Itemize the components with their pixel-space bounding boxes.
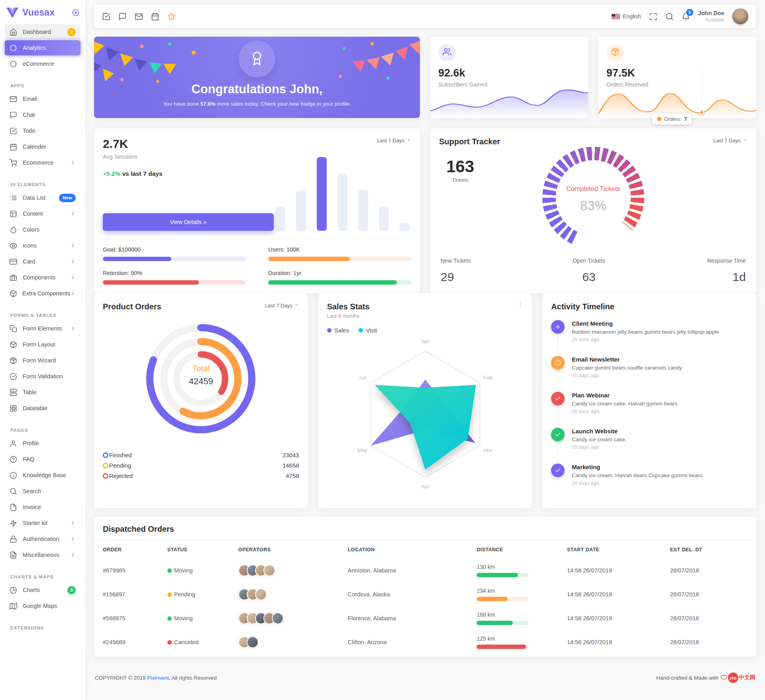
sidebar-item-google-maps[interactable]: Google Maps	[5, 598, 80, 613]
view-details-button[interactable]: View Details »	[103, 213, 274, 231]
sidebar-item-components[interactable]: Components	[5, 270, 80, 285]
sidebar-item-invoice[interactable]: Invoice	[5, 499, 80, 515]
sidebar-item-colors[interactable]: Colors	[5, 222, 80, 237]
support-period-dropdown[interactable]: Last 7 Days	[713, 137, 747, 144]
session-bar	[337, 173, 347, 231]
chevron-right-icon	[70, 243, 76, 248]
check-square-icon	[10, 127, 18, 135]
product-orders-period-dropdown[interactable]: Last 7 Days	[265, 302, 299, 309]
table-row[interactable]: #156897PendingCordova, Alaska234 km14:58…	[94, 582, 756, 606]
notifications-bell-icon[interactable]: 5	[682, 12, 690, 21]
sessions-period-dropdown[interactable]: Last 7 Days	[377, 137, 411, 144]
sidebar-item-icons[interactable]: Icons	[5, 238, 80, 253]
calendar-icon[interactable]	[151, 12, 159, 21]
row-sessions-support: Last 7 Days 2.7K Avg Sessions +5.2% vs l…	[94, 128, 756, 283]
svg-text:Feb: Feb	[483, 375, 492, 381]
language-label: English	[623, 13, 641, 20]
cell-status: Moving	[167, 567, 238, 574]
table-row[interactable]: #568975MovingFlorence, Alabama168 km14:5…	[94, 606, 756, 630]
sidebar-item-table[interactable]: Table	[5, 385, 80, 400]
language-selector[interactable]: English	[612, 13, 641, 20]
alert-circle-icon	[551, 356, 565, 370]
session-bar	[358, 190, 368, 231]
fullscreen-icon[interactable]	[649, 12, 657, 21]
message-square-icon[interactable]	[118, 12, 127, 21]
cell-start-date: 14:58 26/07/2018	[567, 615, 670, 621]
sidebar-toggle-icon[interactable]	[72, 9, 80, 17]
sidebar-item-ecommerce[interactable]: eCommerce	[5, 56, 80, 71]
distance-fill	[477, 621, 513, 625]
user-menu[interactable]: John Doe Available	[698, 10, 724, 23]
sidebar-section-pages: PAGES	[0, 428, 85, 433]
message-square-icon	[10, 111, 18, 119]
sidebar-item-charts[interactable]: Charts3	[5, 582, 80, 598]
sidebar-item-todo[interactable]: Todo	[5, 123, 80, 138]
sidebar-item-label: Components	[23, 274, 70, 281]
sidebar-item-calender[interactable]: Calender	[5, 139, 80, 154]
svg-text:Mar: Mar	[483, 447, 492, 453]
operator-avatar	[272, 612, 284, 624]
mail-icon[interactable]	[135, 12, 143, 21]
sidebar-item-label: Form Layout	[23, 341, 76, 348]
check-square-icon[interactable]	[102, 12, 110, 21]
sidebar-item-datatable[interactable]: Datatable	[5, 401, 80, 416]
sidebar-item-knowledge-base[interactable]: Knowledge Base	[5, 468, 80, 483]
topbar-shortcuts	[102, 12, 176, 21]
more-options-icon[interactable]	[517, 301, 524, 310]
progress-duration: Duration: 1yr	[268, 270, 411, 285]
sidebar-item-form-elements[interactable]: Form Elements	[5, 321, 80, 336]
timeline-item-title: Client Meeting	[572, 320, 747, 327]
sidebar-item-content[interactable]: Content	[5, 206, 80, 221]
sidebar-section-forms-tables: FORMS & TABLES	[0, 313, 85, 318]
legend-dot	[103, 452, 108, 458]
sidebar-item-dashboard[interactable]: Dashboard2	[5, 24, 80, 39]
column-header-location: LOCATION	[348, 547, 477, 553]
sidebar-item-form-validation[interactable]: Form Validation	[5, 369, 80, 384]
chevron-right-icon	[70, 259, 76, 264]
sidebar-item-label: Starter kit	[23, 520, 70, 526]
sidebar-item-data-list[interactable]: Data ListNew	[5, 190, 80, 205]
stat-label: Open Tickets	[573, 258, 605, 264]
sidebar-item-faq[interactable]: FAQ	[5, 452, 80, 467]
sidebar-item-card[interactable]: Card	[5, 254, 80, 269]
timeline-item-desc: Candy ice cream cake.	[572, 437, 747, 442]
support-stat-open-tickets: Open Tickets63	[573, 258, 605, 284]
legend-label: Pending	[109, 462, 131, 469]
pixinvent-link[interactable]: Pixinvent	[147, 675, 169, 681]
sidebar-item-email[interactable]: Email	[5, 91, 80, 106]
timeline-item-marketing: MarketingCandy ice cream. Halvah bears C…	[551, 464, 747, 499]
droplet-icon	[10, 226, 18, 234]
table-row[interactable]: #245689CanceledClifton, Arizona125 km14:…	[94, 630, 756, 654]
sidebar-item-form-wizard[interactable]: Form Wizard	[5, 353, 80, 368]
sidebar-item-profile[interactable]: Profile	[5, 436, 80, 451]
support-stat-response-time: Response Time1d	[707, 258, 746, 284]
distance-label: 130 km	[477, 564, 567, 570]
sidebar-item-analytics[interactable]: Analytics	[5, 40, 80, 55]
sidebar-item-miscellaneous[interactable]: Miscellaneous	[5, 547, 80, 562]
star-icon[interactable]	[167, 12, 176, 21]
sidebar-item-chat[interactable]: Chat	[5, 107, 80, 122]
table-row[interactable]: #879985MovingAnniston, Alabama130 km14:5…	[94, 558, 756, 582]
operator-avatar	[263, 564, 275, 576]
sidebar-item-authentication[interactable]: Authentication	[5, 531, 80, 547]
info-icon	[10, 471, 18, 479]
congratulations-card: Congratulations John, You have done 57.6…	[94, 37, 420, 118]
sidebar-item-ecommerce[interactable]: Ecommerce	[5, 155, 80, 170]
distance-track	[477, 645, 528, 649]
sidebar-item-starter-kit[interactable]: Starter kit	[5, 515, 80, 531]
sidebar-item-extra-components[interactable]: Extra Components	[5, 286, 80, 301]
chevron-right-icon	[70, 536, 76, 542]
po-center-value: 42459	[139, 376, 263, 387]
chart-crosshair-line	[702, 68, 702, 116]
legend-sales: Sales	[327, 327, 349, 334]
legend-label: Rejected	[109, 472, 133, 479]
search-icon[interactable]	[665, 12, 674, 21]
user-avatar[interactable]	[732, 8, 748, 24]
sidebar-item-search[interactable]: Search	[5, 484, 80, 499]
product-orders-title: Product Orders	[103, 302, 161, 311]
server-icon	[10, 388, 18, 396]
cell-distance: 168 km	[477, 612, 567, 625]
svg-text:May: May	[357, 447, 367, 453]
award-badge	[239, 41, 275, 77]
sidebar-item-form-layout[interactable]: Form Layout	[5, 337, 80, 352]
